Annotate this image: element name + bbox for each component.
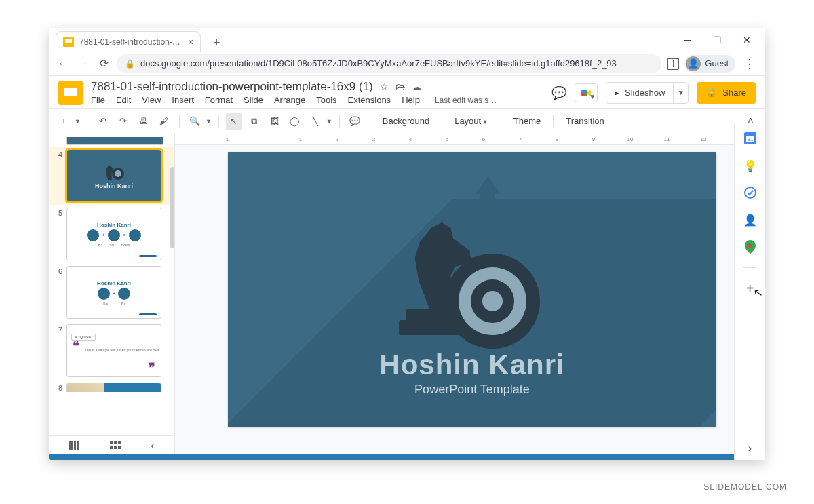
document-title[interactable]: 7881-01-self-introduction-powerpoint-tem… — [91, 80, 373, 94]
select-tool-icon[interactable]: ↖ — [226, 113, 242, 130]
slideshow-button[interactable]: ▸ Slideshow ▼ — [606, 82, 689, 104]
shape-icon[interactable]: ◯ — [287, 113, 303, 130]
menu-insert[interactable]: Insert — [172, 95, 194, 105]
chevron-down-icon[interactable]: ▼ — [326, 118, 332, 125]
omnibox[interactable]: 🔒 docs.google.com/presentation/d/1D9CiL0… — [117, 54, 661, 73]
thumbnail-peek[interactable] — [66, 137, 163, 145]
chevron-down-icon[interactable]: ▼ — [206, 118, 212, 125]
slide-thumbnail-7[interactable]: A "Quote" ❝ This is a sample text, inser… — [66, 324, 161, 377]
slide-thumbnail-4[interactable]: Hoshin Kanri — [66, 149, 161, 202]
chevron-down-icon[interactable]: ▼ — [75, 118, 81, 125]
target-icon — [445, 254, 540, 349]
svg-text:31: 31 — [747, 136, 753, 142]
line-icon[interactable]: ╲ — [307, 113, 324, 130]
meet-button[interactable]: ▼ — [575, 83, 598, 102]
thumbnail-row[interactable]: 7 A "Quote" ❝ This is a sample text, ins… — [49, 322, 174, 380]
play-icon: ▸ — [615, 88, 619, 98]
contacts-icon[interactable]: 👤 — [743, 213, 757, 227]
thumbnail-row[interactable]: 4 Hoshin Kanri — [49, 147, 174, 205]
nav-back-icon[interactable]: ← — [56, 56, 71, 71]
keep-icon[interactable]: 💡 — [743, 159, 757, 172]
menu-tools[interactable]: Tools — [316, 95, 336, 105]
slide-canvas[interactable]: Hoshin Kanri PowerPoint Template — [228, 152, 716, 427]
chevron-down-icon: ▼ — [589, 93, 596, 100]
nav-reload-icon[interactable]: ⟳ — [96, 56, 111, 71]
print-icon[interactable]: 🖶 — [136, 113, 152, 130]
calendar-icon[interactable]: 31 — [743, 132, 757, 145]
nav-forward-icon[interactable]: → — [76, 56, 91, 71]
theme-button[interactable]: Theme — [508, 116, 546, 126]
window-minimize-icon[interactable]: ─ — [673, 31, 701, 50]
slide-thumbnail-8[interactable]: Mission — [66, 383, 161, 392]
layout-button[interactable]: Layout ▼ — [449, 116, 494, 126]
slideshow-dropdown[interactable]: ▼ — [673, 83, 688, 103]
divider — [553, 115, 554, 128]
image-icon[interactable]: 🖼 — [267, 113, 283, 130]
thumbnail-image — [67, 383, 104, 392]
tasks-icon[interactable] — [743, 186, 757, 199]
undo-icon[interactable]: ↶ — [95, 113, 111, 130]
thumbnail-row[interactable]: 6 Hoshin Kanri + KanRi — [49, 263, 174, 322]
textbox-icon[interactable]: ⧉ — [246, 113, 263, 130]
reading-list-icon[interactable] — [667, 58, 679, 70]
menu-extensions[interactable]: Extensions — [348, 95, 391, 105]
menu-edit[interactable]: Edit — [116, 95, 131, 105]
thumbnail-row[interactable]: 8 Mission — [49, 380, 174, 392]
move-icon[interactable]: 🗁 — [395, 81, 405, 92]
share-button[interactable]: 🔒 Share — [697, 82, 756, 104]
menu-view[interactable]: View — [142, 95, 161, 105]
slide-thumbnail-5[interactable]: Hoshin Kanri + = HoShiHoshi — [66, 208, 161, 260]
slide-thumbnail-6[interactable]: Hoshin Kanri + KanRi — [66, 266, 161, 319]
grid-view-icon[interactable] — [110, 441, 122, 450]
slides-favicon — [63, 37, 74, 47]
background-button[interactable]: Background — [377, 116, 435, 126]
menu-arrange[interactable]: Arrange — [274, 95, 305, 105]
lock-icon: 🔒 — [125, 59, 135, 69]
slide-title: Hoshin Kanri — [228, 349, 716, 381]
thumbnails-scrollbar[interactable] — [170, 167, 174, 248]
menu-format[interactable]: Format — [205, 95, 233, 105]
thumbnail-row[interactable]: 5 Hoshin Kanri + = HoShiHoshi — [49, 205, 174, 263]
slide-subtitle: PowerPoint Template — [228, 383, 716, 397]
new-slide-button[interactable]: + — [56, 113, 72, 130]
browser-tab[interactable]: 7881-01-self-introduction-powe × — [56, 31, 201, 52]
circle-icon — [118, 288, 130, 300]
collapse-panel-icon[interactable]: › — [748, 442, 752, 454]
tab-close-icon[interactable]: × — [188, 37, 193, 47]
divider — [370, 115, 370, 128]
maps-icon[interactable] — [743, 240, 757, 254]
slide-number: 6 — [56, 266, 62, 275]
menu-slide[interactable]: Slide — [244, 95, 263, 105]
cloud-status-icon[interactable]: ☁ — [412, 81, 421, 92]
comments-icon[interactable]: 💬 — [551, 85, 566, 100]
zoom-icon[interactable]: 🔍 — [187, 113, 203, 130]
new-tab-button[interactable]: + — [208, 34, 225, 52]
star-icon[interactable]: ☆ — [380, 81, 389, 92]
redo-icon[interactable]: ↷ — [115, 113, 132, 130]
slide-number: 7 — [56, 324, 62, 334]
slides-logo-icon[interactable] — [58, 81, 83, 105]
svg-point-6 — [745, 187, 756, 198]
window-maximize-icon[interactable]: ☐ — [703, 31, 731, 50]
slide-number: 5 — [56, 208, 62, 217]
profile-chip[interactable]: 👤 Guest — [684, 55, 735, 73]
browser-titlebar: 7881-01-self-introduction-powe × + ─ ☐ ✕ — [49, 28, 765, 52]
menu-bar: File Edit View Insert Format Slide Arran… — [91, 95, 497, 105]
toolbar: + ▼ ↶ ↷ 🖶 🖌 🔍 ▼ ↖ ⧉ 🖼 ◯ ╲ ▼ 💬 Background… — [49, 109, 765, 134]
window-close-icon[interactable]: ✕ — [733, 31, 761, 50]
last-edit-link[interactable]: Last edit was s… — [435, 96, 497, 105]
menu-help[interactable]: Help — [402, 95, 420, 105]
transition-button[interactable]: Transition — [560, 116, 610, 126]
chevron-left-icon[interactable]: ‹ — [151, 440, 154, 452]
divider — [501, 115, 501, 128]
divider — [218, 115, 219, 128]
comment-icon[interactable]: 💬 — [347, 113, 363, 130]
paint-format-icon[interactable]: 🖌 — [156, 113, 172, 130]
thumbnails-footer: ‹ — [49, 435, 174, 454]
menu-file[interactable]: File — [91, 95, 105, 105]
horizontal-ruler: 112345678910111213 — [175, 134, 765, 145]
divider — [88, 115, 88, 128]
window-controls: ─ ☐ ✕ — [673, 28, 761, 52]
browser-menu-icon[interactable]: ⋮ — [741, 56, 758, 71]
filmstrip-view-icon[interactable] — [69, 441, 81, 450]
